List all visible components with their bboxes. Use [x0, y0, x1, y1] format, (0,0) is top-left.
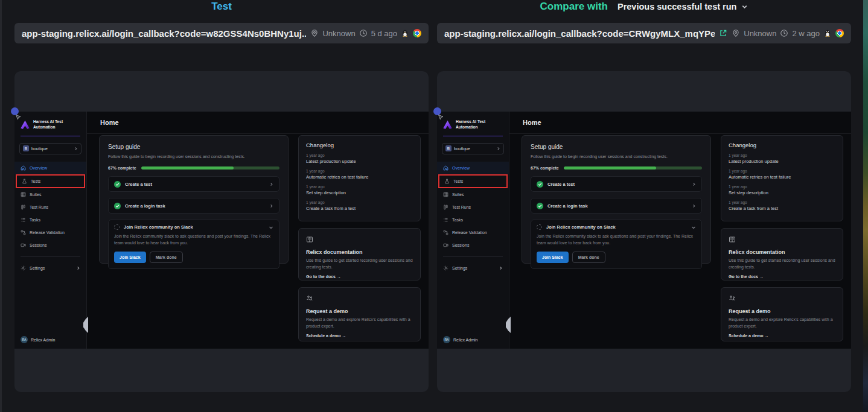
go-to-docs-link[interactable]: Go to the docs →: [306, 274, 413, 279]
linux-penguin-icon: [823, 29, 832, 37]
test-screenshot-card: Harness AI TestAutomation B boutique Ove…: [14, 71, 429, 392]
test-url-bar[interactable]: app-staging.relicx.ai/login_callback?cod…: [14, 23, 429, 43]
clock-icon: [780, 29, 788, 37]
changelog-entry: 1 year ago Set step description: [306, 185, 413, 195]
compare-run-dropdown[interactable]: Previous successful test run: [617, 2, 748, 11]
app-screenshot: Harness AI TestAutomation B boutique Ove…: [437, 112, 851, 349]
request-demo-card: Request a demo Request a demo and explor…: [721, 287, 843, 341]
app-main-content: Home Setup guide Follow this guide to be…: [87, 112, 429, 349]
chevron-down-icon: [691, 225, 696, 230]
sidebar-item-tests[interactable]: Tests: [17, 176, 84, 187]
check-circle-icon: [114, 181, 121, 188]
compare-time: 2 w ago: [792, 29, 820, 38]
documentation-description: Use this guide to get started recording …: [306, 258, 413, 270]
sidebar-item-release-validation[interactable]: Release Validation: [14, 226, 86, 239]
comparison-header: Test Compare with Previous successful te…: [0, 0, 868, 16]
sidebar-item-test-runs[interactable]: Test Runs: [14, 201, 86, 214]
harness-logo-icon: [21, 120, 30, 129]
task-create-a-login-task[interactable]: Create a login task: [531, 198, 702, 214]
left-edge-strip: [0, 0, 2, 412]
check-circle-icon: [537, 181, 543, 188]
task-create-a-test[interactable]: Create a test: [531, 176, 702, 192]
user-account[interactable]: RA Relicx Admin: [437, 336, 509, 349]
project-selector[interactable]: B boutique: [442, 143, 504, 154]
sidebar-item-settings[interactable]: Settings: [14, 262, 86, 274]
compare-url-bar[interactable]: app-staging.relicx.ai/login_callback?cod…: [437, 23, 851, 43]
release-validation-icon: [443, 230, 448, 235]
external-link-icon[interactable]: [719, 29, 727, 37]
task-create-a-test[interactable]: Create a test: [108, 176, 279, 192]
progress-bar: [141, 166, 279, 170]
sidebar-item-suites[interactable]: Suites: [437, 188, 509, 201]
chevron-down-icon: [741, 4, 748, 10]
chevron-down-icon: [269, 225, 273, 230]
request-demo-title: Request a demo: [729, 308, 835, 314]
compare-screenshot-card: Harness AI TestAutomation B boutique Ove…: [437, 71, 851, 392]
sidebar-item-release-validation[interactable]: Release Validation: [437, 226, 509, 239]
task-join-slack[interactable]: Join Relicx community on Slack: [114, 224, 273, 230]
next-item-peek-strip: [863, 0, 868, 412]
changelog-entry: 1 year ago Automatic retries on test fai…: [729, 169, 835, 180]
compare-panel-header: Compare with Previous successful test ru…: [437, 1, 851, 13]
book-icon: [306, 236, 313, 243]
people-icon: [729, 295, 736, 302]
app-brand-title: Harness AI TestAutomation: [33, 119, 63, 130]
sidebar-item-test-runs[interactable]: Test Runs: [437, 201, 509, 214]
join-slack-button[interactable]: Join Slack: [537, 252, 569, 263]
documentation-title: Relicx documentation: [306, 249, 413, 255]
setup-guide-card: Setup guide Follow this guide to begin r…: [99, 135, 289, 264]
chevron-right-icon: [496, 147, 500, 151]
brand-divider: [21, 136, 80, 136]
schedule-demo-link[interactable]: Schedule a demo →: [729, 334, 835, 338]
project-initial-badge: B: [445, 145, 452, 151]
sidebar-nav: Overview Tests Suites Test Runs: [437, 162, 509, 252]
changelog-entry: 1 year ago Create a task from a test: [729, 200, 835, 211]
avatar: RA: [21, 336, 28, 343]
request-demo-card: Request a demo Request a demo and explor…: [298, 287, 421, 341]
go-to-docs-link[interactable]: Go to the docs →: [729, 274, 835, 279]
app-sidebar: Harness AI TestAutomation B boutique Ove…: [437, 112, 509, 349]
app-main-content: Home Setup guide Follow this guide to be…: [509, 112, 851, 349]
page-title: Home: [509, 112, 851, 134]
sidebar-divider: [443, 256, 503, 257]
chevron-right-icon: [74, 147, 78, 151]
sidebar-item-overview[interactable]: Overview: [14, 162, 86, 174]
test-url: app-staging.relicx.ai/login_callback?cod…: [22, 28, 306, 39]
sidebar-item-tasks[interactable]: Tasks: [437, 214, 509, 226]
sidebar-item-suites[interactable]: Suites: [14, 188, 86, 201]
changelog-entry: 1 year ago Set step description: [729, 185, 835, 195]
progress-bar: [564, 166, 702, 170]
documentation-card: Relicx documentation Use this guide to g…: [298, 228, 421, 280]
mark-done-button[interactable]: Mark done: [572, 252, 605, 263]
task-create-a-login-task[interactable]: Create a login task: [108, 198, 279, 214]
progress-label: 67% complete: [108, 166, 136, 170]
setup-guide-title: Setup guide: [108, 144, 279, 150]
gear-icon: [443, 265, 448, 271]
changelog-entry: 1 year ago Latest production update: [306, 153, 413, 164]
brand-divider: [443, 136, 503, 136]
sidebar-item-sessions[interactable]: Sessions: [14, 239, 86, 252]
flask-icon: [444, 179, 450, 184]
request-demo-title: Request a demo: [306, 308, 413, 314]
avatar: RA: [443, 336, 450, 343]
request-demo-description: Request a demo and explore Relicx's capa…: [729, 317, 835, 329]
user-account[interactable]: RA Relicx Admin: [14, 336, 86, 349]
schedule-demo-link[interactable]: Schedule a demo →: [306, 334, 413, 338]
progress-label: 67% complete: [531, 166, 559, 170]
slack-task-description: Join the Relicx community slack to ask q…: [114, 233, 273, 246]
sidebar-item-tests[interactable]: Tests: [439, 176, 506, 187]
sidebar-item-tasks[interactable]: Tasks: [14, 214, 86, 226]
mark-done-button[interactable]: Mark done: [150, 252, 183, 263]
test-location: Unknown: [322, 29, 355, 38]
sidebar-divider: [21, 256, 80, 257]
join-slack-button[interactable]: Join Slack: [114, 252, 146, 263]
sidebar-item-settings[interactable]: Settings: [437, 262, 509, 274]
test-runs-icon: [443, 204, 448, 210]
test-time: 5 d ago: [371, 29, 397, 38]
sidebar-item-sessions[interactable]: Sessions: [437, 239, 509, 252]
sidebar-item-overview[interactable]: Overview: [437, 162, 509, 174]
people-icon: [306, 295, 313, 302]
project-selector[interactable]: B boutique: [19, 143, 81, 154]
task-join-slack[interactable]: Join Relicx community on Slack: [537, 224, 696, 230]
chevron-right-icon: [269, 204, 273, 208]
